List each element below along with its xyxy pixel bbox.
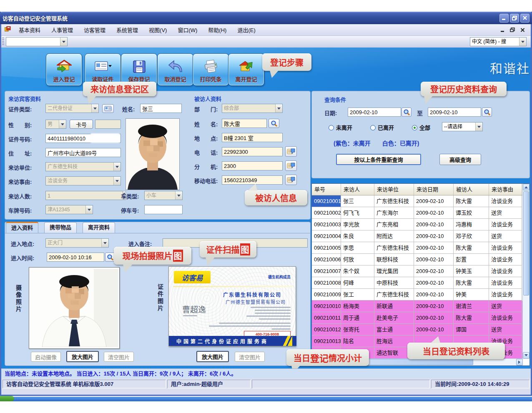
chevron-down-icon[interactable] — [91, 104, 98, 113]
table-cell[interactable]: 陆名 — [341, 335, 374, 347]
visitor-name-input[interactable] — [140, 104, 182, 113]
menu-item[interactable]: 访客管理 — [78, 24, 111, 35]
table-cell[interactable]: 2009-02-10 — [414, 265, 454, 277]
table-cell[interactable]: 090210001 — [312, 195, 341, 207]
plate-combobox[interactable]: 津A12345 — [45, 205, 93, 214]
column-header[interactable]: 单号 — [312, 184, 341, 195]
table-cell[interactable]: 090210010 — [312, 300, 341, 312]
table-cell[interactable]: 洽谈业务 — [489, 195, 522, 207]
menu-item[interactable]: 窗口(W) — [172, 24, 203, 35]
table-cell[interactable]: 090210012 — [312, 324, 341, 335]
radio-checked-icon[interactable] — [412, 125, 417, 130]
scroll-right-icon[interactable] — [516, 359, 523, 365]
vehicle-type-combobox[interactable]: 小车 — [144, 191, 183, 200]
visitor-count-stepper[interactable] — [45, 191, 93, 200]
table-cell[interactable]: 2009-02-10 — [414, 312, 454, 324]
table-cell[interactable]: 何飞飞 — [341, 207, 374, 219]
table-row[interactable]: 090210002何飞飞广东海尔2009-02-10谭玉姣送货 — [312, 207, 529, 219]
mobile-input[interactable] — [222, 175, 283, 185]
table-cell[interactable]: 李思 — [341, 242, 374, 254]
table-cell[interactable]: 送货 — [489, 300, 522, 312]
table-row[interactable]: 090210005李思广东德生科技2009-02-10陈大雷洽谈业务 — [312, 242, 529, 254]
enter-register-button[interactable]: 进入登记 — [46, 53, 82, 86]
restore-icon[interactable] — [510, 14, 519, 23]
table-cell[interactable]: 090210007 — [312, 265, 341, 277]
save-register-button[interactable]: 保存登记 — [121, 53, 157, 86]
date-from-picker-icon[interactable] — [402, 108, 412, 117]
table-cell[interactable]: 陈大雷 — [454, 277, 489, 289]
table-cell[interactable]: 送货 — [489, 207, 522, 219]
table-cell[interactable]: 何放 — [341, 254, 374, 265]
table-cell[interactable]: 陈大雷 — [454, 312, 489, 324]
table-cell[interactable]: 朱良 — [341, 230, 374, 242]
chevron-down-icon[interactable] — [275, 104, 282, 113]
card-number-input[interactable] — [95, 120, 121, 129]
table-cell[interactable]: 杨海类 — [341, 300, 374, 312]
date-to-picker-icon[interactable] — [482, 108, 492, 117]
table-cell[interactable]: 钟美 — [454, 289, 489, 300]
table-row[interactable]: 090210004朱良附而达2009-02-10邓子欣送货 — [312, 230, 529, 242]
mdi-close-icon[interactable] — [519, 27, 526, 33]
table-cell[interactable]: 广东海尔 — [374, 207, 414, 219]
date-from-input[interactable] — [348, 108, 401, 117]
parking-input[interactable] — [144, 205, 183, 214]
table-cell[interactable]: 090210011 — [312, 312, 341, 324]
clear-idscan-button[interactable]: 清空图片 — [235, 352, 265, 362]
table-cell[interactable]: 2009-02-10 — [414, 254, 454, 265]
quick-select-combobox[interactable] — [6, 37, 68, 46]
table-cell[interactable]: 张工 — [341, 289, 374, 300]
table-cell[interactable]: 冯惠梅 — [454, 219, 489, 230]
menu-item[interactable]: 人事管理 — [46, 24, 78, 35]
taskbar-edge[interactable] — [0, 397, 532, 401]
table-cell[interactable]: 2009-02-10 — [414, 207, 454, 219]
menu-item[interactable]: 退出(E) — [232, 24, 261, 35]
location-input[interactable] — [222, 133, 283, 142]
table-cell[interactable]: 090210005 — [312, 242, 341, 254]
table-cell[interactable]: 陈大雷 — [454, 242, 489, 254]
table-cell[interactable]: 2009-02-10 — [414, 300, 454, 312]
clear-photo-button[interactable]: 清空图片 — [104, 352, 134, 362]
vertical-scrollbar[interactable] — [522, 184, 529, 359]
table-cell[interactable]: 广东德生科技 — [374, 195, 414, 207]
table-cell[interactable]: 090210003 — [312, 219, 341, 230]
table-row[interactable]: 090210010杨海类新联通2009-02-10谢清兰送货 — [312, 300, 529, 312]
date-to-input[interactable] — [428, 108, 481, 117]
sms-notify-icon[interactable] — [285, 175, 297, 185]
table-cell[interactable]: 谭国 — [454, 324, 489, 335]
entry-location-combobox[interactable]: 正大门 — [45, 238, 109, 248]
menu-item[interactable]: 系统管理 — [111, 24, 143, 35]
radio-icon[interactable] — [370, 125, 376, 130]
table-row[interactable]: 090210009张工广东德生科技2009-02-10钟美洽谈业务 — [312, 289, 529, 300]
reason-combobox[interactable]: 洽谈业务 — [45, 176, 121, 185]
column-header[interactable]: 被访人 — [454, 184, 489, 195]
table-cell[interactable]: 洽谈业务 — [489, 289, 522, 300]
table-cell[interactable]: 周于通 — [341, 312, 374, 324]
table-cell[interactable]: 中原科技 — [374, 277, 414, 289]
table-cell[interactable]: 理光集团 — [374, 265, 414, 277]
department-combobox[interactable]: 综合部 — [222, 104, 283, 113]
ext-input[interactable] — [222, 161, 283, 170]
tab-carried-items[interactable]: 携带物品 — [44, 222, 77, 233]
table-cell[interactable]: 2009-02-10 — [414, 195, 454, 207]
table-cell[interactable]: 090210009 — [312, 289, 341, 300]
scroll-thumb[interactable] — [523, 191, 529, 295]
table-cell[interactable]: 2009-02-10 — [414, 242, 454, 254]
table-cell[interactable]: 李光放 — [341, 219, 374, 230]
table-cell[interactable]: 何峰 — [341, 277, 374, 289]
table-cell[interactable]: 洽谈业务 — [489, 265, 522, 277]
menu-item[interactable]: 帮助(H) — [203, 24, 232, 35]
radio-all[interactable]: 全部 — [412, 123, 430, 131]
chevron-down-icon[interactable] — [475, 123, 482, 131]
mdi-restore-icon[interactable] — [509, 27, 516, 33]
table-cell[interactable]: 090210008 — [312, 277, 341, 289]
table-cell[interactable]: 洽谈业务 — [489, 242, 522, 254]
chevron-down-icon[interactable] — [519, 38, 526, 46]
table-cell[interactable]: 张寄托 — [341, 324, 374, 335]
search-person-icon[interactable] — [269, 119, 279, 128]
chevron-down-icon[interactable] — [101, 239, 108, 247]
print-receipt-button[interactable]: 打印凭条 — [193, 53, 229, 86]
address-input[interactable] — [45, 148, 121, 157]
table-cell[interactable]: 2009-02-10 — [414, 219, 454, 230]
table-cell[interactable]: 陈大雷 — [454, 195, 489, 207]
card-reader-icon[interactable] — [102, 104, 114, 113]
